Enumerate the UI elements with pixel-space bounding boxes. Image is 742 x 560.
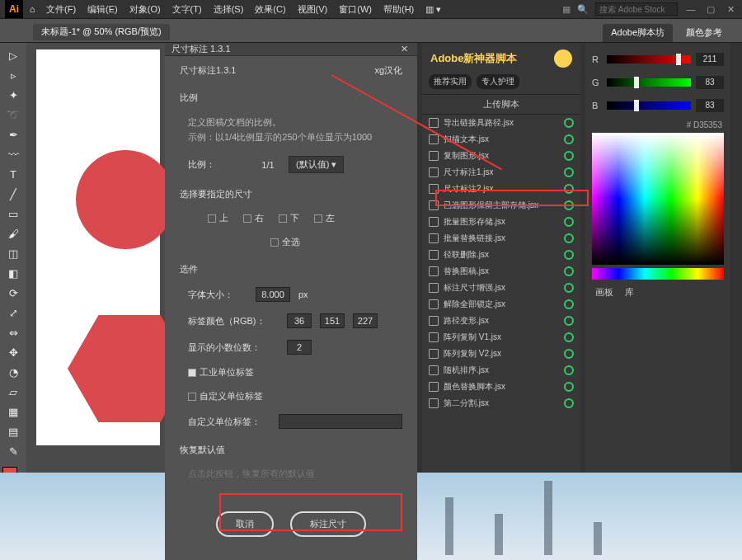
- grid-icon[interactable]: ▦: [562, 4, 571, 15]
- selection-tool-icon[interactable]: ▷: [3, 46, 23, 64]
- chk-bottom[interactable]: 下: [279, 212, 299, 224]
- download-icon[interactable]: [564, 349, 574, 359]
- home-icon[interactable]: ⌂: [25, 2, 40, 16]
- value-b[interactable]: 83: [696, 99, 724, 112]
- slider-b[interactable]: [607, 101, 691, 110]
- download-icon[interactable]: [564, 283, 574, 293]
- rotate-tool-icon[interactable]: ⟳: [3, 284, 23, 302]
- download-icon[interactable]: [564, 332, 574, 342]
- scripts-upload-header[interactable]: 上传脚本: [422, 94, 580, 115]
- annotate-button[interactable]: 标注尺寸: [290, 511, 366, 537]
- pen-tool-icon[interactable]: ✒: [3, 125, 23, 144]
- chk-industrial-unit[interactable]: 工业单位标签: [188, 366, 254, 379]
- download-icon[interactable]: [564, 233, 574, 243]
- download-icon[interactable]: [564, 316, 574, 326]
- shape-builder-tool-icon[interactable]: ◔: [3, 363, 23, 381]
- curvature-tool-icon[interactable]: 〰: [3, 145, 23, 163]
- magic-wand-tool-icon[interactable]: ✦: [3, 86, 23, 104]
- script-item[interactable]: 第二分割.jsx: [422, 395, 580, 412]
- pill-recommended[interactable]: 推荐实用: [429, 74, 472, 89]
- menu-help[interactable]: 帮助(H): [378, 1, 419, 18]
- menu-window[interactable]: 窗口(W): [334, 1, 377, 18]
- download-icon[interactable]: [564, 200, 574, 210]
- menu-file[interactable]: 文件(F): [41, 1, 81, 18]
- custom-unit-input[interactable]: [279, 414, 402, 429]
- color-g-input[interactable]: [320, 313, 345, 328]
- download-icon[interactable]: [564, 134, 574, 144]
- value-g[interactable]: 83: [696, 76, 724, 89]
- lasso-tool-icon[interactable]: ➰: [3, 106, 23, 124]
- free-transform-tool-icon[interactable]: ✥: [3, 343, 23, 361]
- script-item[interactable]: 扫描文本.jsx: [422, 131, 580, 148]
- chk-custom-unit[interactable]: 自定义单位标签: [188, 390, 263, 402]
- width-tool-icon[interactable]: ⇔: [3, 323, 23, 341]
- color-r-input[interactable]: [287, 313, 312, 328]
- search-icon[interactable]: 🔍: [577, 4, 589, 15]
- script-item[interactable]: 标注尺寸增强.jsx: [422, 280, 580, 296]
- color-b-input[interactable]: [353, 313, 378, 328]
- script-item[interactable]: 颜色替换脚本.jsx: [422, 379, 580, 395]
- script-item[interactable]: 路径变形.jsx: [422, 313, 580, 329]
- menu-edit[interactable]: 编辑(E): [82, 1, 123, 18]
- hex-readout[interactable]: # D35353: [592, 117, 724, 133]
- brush-tool-icon[interactable]: 🖌: [3, 224, 23, 242]
- fontsize-input[interactable]: [256, 287, 290, 302]
- dialog-titlebar[interactable]: 尺寸标注 1.3.1 ✕: [165, 43, 417, 56]
- slider-g[interactable]: [607, 78, 691, 87]
- download-icon[interactable]: [564, 118, 574, 128]
- perspective-tool-icon[interactable]: ▱: [3, 383, 23, 401]
- script-item[interactable]: 已选图形保留主部存储.jsx: [422, 197, 580, 214]
- menu-effect[interactable]: 效果(C): [250, 1, 290, 18]
- artwork-circle[interactable]: [76, 150, 175, 249]
- download-icon[interactable]: [564, 299, 574, 309]
- chk-top[interactable]: 上: [208, 212, 228, 224]
- slider-r[interactable]: [607, 55, 691, 64]
- menu-layout-icon[interactable]: ▥ ▾: [420, 2, 446, 17]
- cancel-button[interactable]: 取消: [216, 511, 274, 537]
- menu-select[interactable]: 选择(S): [209, 1, 249, 18]
- script-item[interactable]: 批量替换链接.jsx: [422, 230, 580, 247]
- window-restore-icon[interactable]: ▢: [704, 4, 717, 15]
- download-icon[interactable]: [564, 398, 574, 408]
- download-icon[interactable]: [564, 382, 574, 392]
- download-icon[interactable]: [564, 365, 574, 375]
- window-close-icon[interactable]: ✕: [724, 4, 737, 15]
- hue-strip[interactable]: [592, 268, 724, 280]
- script-item[interactable]: 复制图形.jsx: [422, 148, 580, 164]
- menu-view[interactable]: 视图(V): [293, 1, 333, 18]
- script-item[interactable]: 径联删除.jsx: [422, 247, 580, 263]
- document-tab[interactable]: 未标题-1* @ 50% (RGB/预览): [33, 24, 170, 40]
- script-item[interactable]: 批量图形存储.jsx: [422, 214, 580, 230]
- stock-search-input[interactable]: [595, 2, 678, 16]
- eraser-tool-icon[interactable]: ◧: [3, 264, 23, 282]
- script-list[interactable]: 导出链接具路径.jsx扫描文本.jsx复制图形.jsx尺寸标注1.jsx尺寸标注…: [422, 115, 580, 518]
- chk-right[interactable]: 右: [243, 212, 264, 224]
- menu-type[interactable]: 文字(T): [167, 1, 207, 18]
- chk-left[interactable]: 左: [314, 212, 335, 224]
- shaper-tool-icon[interactable]: ◫: [3, 244, 23, 262]
- script-item[interactable]: 阵列复制 V1.jsx: [422, 329, 580, 346]
- scale-tool-icon[interactable]: ⤢: [3, 304, 23, 322]
- download-icon[interactable]: [564, 151, 574, 161]
- direct-selection-tool-icon[interactable]: ▹: [3, 66, 23, 84]
- rectangle-tool-icon[interactable]: ▭: [3, 205, 23, 223]
- chk-select-all[interactable]: 全选: [270, 236, 300, 248]
- script-item[interactable]: 随机排序.jsx: [422, 362, 580, 379]
- tab-swatches[interactable]: 画板: [595, 286, 613, 299]
- menu-object[interactable]: 对象(O): [124, 1, 166, 18]
- script-item[interactable]: 阵列复制 V2.jsx: [422, 346, 580, 362]
- tab-libraries[interactable]: 库: [625, 286, 634, 299]
- window-minimize-icon[interactable]: —: [684, 4, 697, 14]
- script-item[interactable]: 尺寸标注2.jsx: [422, 181, 580, 197]
- download-icon[interactable]: [564, 217, 574, 227]
- type-tool-icon[interactable]: T: [3, 165, 23, 183]
- script-item[interactable]: 替换图稿.jsx: [422, 263, 580, 280]
- gradient-tool-icon[interactable]: ▤: [3, 422, 23, 440]
- script-item[interactable]: 导出链接具路径.jsx: [422, 115, 580, 131]
- scripts-panel-tab[interactable]: Adobe脚本坊: [603, 24, 673, 42]
- download-icon[interactable]: [564, 250, 574, 260]
- script-item[interactable]: 解除全部锁定.jsx: [422, 296, 580, 313]
- download-icon[interactable]: [564, 266, 574, 276]
- download-icon[interactable]: [564, 184, 574, 194]
- mesh-tool-icon[interactable]: ▦: [3, 402, 23, 421]
